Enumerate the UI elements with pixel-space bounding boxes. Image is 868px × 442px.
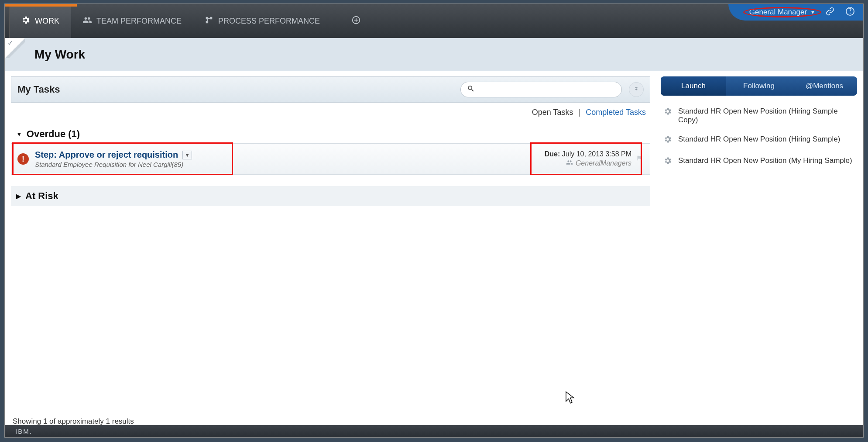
flag-icon[interactable] xyxy=(636,154,642,164)
nav-process-performance[interactable]: PROCESS PERFORMANCE xyxy=(193,4,331,38)
task-row[interactable]: ! Step: Approve or reject requisition ▼ … xyxy=(11,143,650,175)
chevrons-down-icon xyxy=(633,85,640,94)
right-panel-tabs: Launch Following @Mentions xyxy=(661,76,857,96)
link-icon[interactable] xyxy=(825,6,835,19)
nav-work-label: WORK xyxy=(35,17,59,26)
user-menu-bar: General Manager ▼ xyxy=(728,4,863,21)
launch-item[interactable]: Standard HR Open New Position (My Hiring… xyxy=(663,156,854,167)
chevron-down-icon: ▼ xyxy=(810,10,815,15)
nav-add[interactable] xyxy=(340,4,372,38)
mytasks-bar: My Tasks xyxy=(11,76,650,103)
footer-brand: IBM. xyxy=(15,428,32,435)
filter-open-tasks[interactable]: Open Tasks xyxy=(532,108,573,117)
filter-separator: | xyxy=(579,108,581,117)
task-group: GeneralManagers xyxy=(576,159,631,167)
gear-icon xyxy=(663,156,672,167)
footer-bar: IBM. xyxy=(5,425,863,437)
gear-icon xyxy=(663,135,672,146)
plus-circle-icon xyxy=(351,15,361,27)
task-dropdown-button[interactable]: ▼ xyxy=(182,151,192,159)
user-label: General Manager xyxy=(749,8,807,17)
gear-icon xyxy=(663,107,672,118)
cursor-icon xyxy=(565,391,576,406)
task-meta: Due: July 10, 2013 3:58 PM GeneralManage… xyxy=(545,150,631,168)
launch-item-label: Standard HR Open New Position (Hiring Sa… xyxy=(678,135,840,144)
task-subtitle: Standard Employee Requisition for Neel C… xyxy=(35,161,192,168)
section-overdue-label: Overdue (1) xyxy=(27,128,80,140)
overdue-alert-icon: ! xyxy=(17,153,29,165)
task-due-value: July 10, 2013 3:58 PM xyxy=(560,150,631,158)
launch-item-label: Standard HR Open New Position (My Hiring… xyxy=(678,156,852,165)
page-dogear-icon xyxy=(5,38,25,58)
group-icon xyxy=(566,159,573,168)
tab-mentions[interactable]: @Mentions xyxy=(792,76,857,96)
launch-item-label: Standard HR Open New Position (Hiring Sa… xyxy=(678,107,854,124)
page-title: My Work xyxy=(34,48,85,62)
section-atrisk-label: At Risk xyxy=(25,190,58,202)
gear-icon xyxy=(21,15,31,27)
task-filter-row: Open Tasks | Completed Tasks xyxy=(11,103,650,125)
mytasks-title: My Tasks xyxy=(17,84,60,95)
launch-item[interactable]: Standard HR Open New Position (Hiring Sa… xyxy=(663,135,854,146)
filter-completed-tasks[interactable]: Completed Tasks xyxy=(586,108,646,117)
search-icon xyxy=(467,85,475,94)
search-input[interactable] xyxy=(479,86,615,93)
accent-bar xyxy=(5,4,77,7)
nav-work[interactable]: WORK xyxy=(9,4,71,38)
task-title[interactable]: Step: Approve or reject requisition xyxy=(35,150,178,160)
section-atrisk-header[interactable]: ▶ At Risk xyxy=(11,186,650,206)
tab-launch[interactable]: Launch xyxy=(661,76,726,96)
nav-process-label: PROCESS PERFORMANCE xyxy=(218,17,320,26)
nav-team-performance[interactable]: TEAM PERFORMANCE xyxy=(71,4,193,38)
task-due-label: Due: xyxy=(545,150,560,158)
search-input-wrap[interactable] xyxy=(460,82,622,97)
user-menu[interactable]: General Manager ▼ xyxy=(749,8,815,17)
team-icon xyxy=(82,15,92,27)
nav-team-label: TEAM PERFORMANCE xyxy=(96,17,182,26)
help-icon[interactable] xyxy=(845,6,855,19)
expand-button[interactable] xyxy=(629,82,644,97)
process-icon xyxy=(204,15,214,27)
section-overdue-header[interactable]: ▼ Overdue (1) xyxy=(11,125,650,143)
page-header: My Work xyxy=(5,38,863,71)
triangle-down-icon: ▼ xyxy=(16,131,22,138)
tab-following[interactable]: Following xyxy=(726,76,792,96)
results-count: Showing 1 of approximately 1 results xyxy=(13,417,134,426)
launch-item[interactable]: Standard HR Open New Position (Hiring Sa… xyxy=(663,107,854,124)
launch-list: Standard HR Open New Position (Hiring Sa… xyxy=(661,107,857,167)
triangle-right-icon: ▶ xyxy=(16,193,21,200)
